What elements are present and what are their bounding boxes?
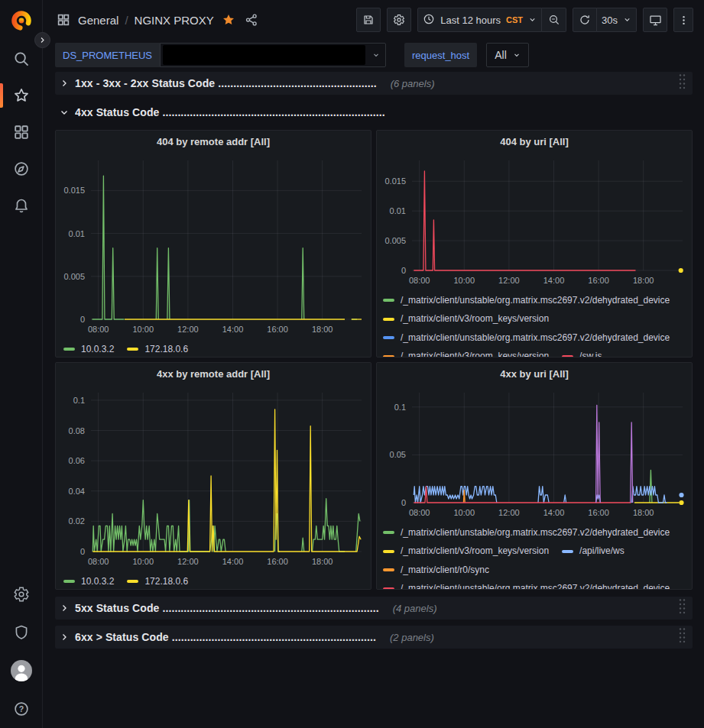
legend-label: /api/live/ws	[579, 542, 625, 560]
favorite-star-icon[interactable]	[220, 11, 237, 28]
panel-title[interactable]: 404 by remote addr [All]	[56, 131, 371, 153]
row-header-6xx[interactable]: 6xx > Status Code ......................…	[55, 626, 693, 649]
svg-text:16:00: 16:00	[267, 325, 288, 334]
svg-text:0.01: 0.01	[69, 229, 85, 238]
legend-label: /_matrix/client/unstable/org.matrix.msc2…	[401, 292, 670, 309]
legend-item[interactable]: /_matrix/client/v3/room_keys/version	[383, 310, 549, 328]
sidebar-item-profile[interactable]	[11, 658, 32, 684]
top-navbar: General / NGINX PROXY Last 12 hours CST	[43, 0, 704, 40]
panel-title[interactable]: 404 by uri [All]	[377, 131, 692, 153]
zoom-out-time-button[interactable]	[542, 8, 566, 32]
drag-handle-icon[interactable]	[678, 73, 686, 94]
legend-label: 172.18.0.6	[144, 341, 188, 358]
dashboard-settings-button[interactable]	[387, 8, 411, 32]
chevron-down-icon	[528, 15, 537, 26]
legend-item[interactable]: 172.18.0.6	[127, 341, 188, 358]
row-panel-count: (2 panels)	[390, 632, 434, 643]
save-dashboard-button[interactable]	[356, 8, 381, 32]
panel-title[interactable]: 4xx by remote addr [All]	[56, 363, 371, 385]
sidebar-item-dashboards[interactable]	[0, 119, 42, 145]
svg-text:0: 0	[80, 547, 85, 556]
legend-item[interactable]: /api/live/ws	[562, 542, 625, 560]
refresh-button[interactable]	[573, 8, 597, 32]
row-header-5xx[interactable]: 5xx Status Code ........................…	[55, 597, 693, 620]
breadcrumb-separator: /	[125, 14, 128, 27]
legend-swatch	[562, 355, 573, 358]
datasource-variable-label[interactable]: DS_PROMETHEUS	[55, 43, 160, 67]
legend-swatch	[383, 531, 394, 534]
timeseries-chart[interactable]: 00.020.040.060.080.108:0010:0012:0014:00…	[56, 385, 371, 571]
panel-title[interactable]: 4xx by uri [All]	[377, 363, 692, 385]
legend-swatch	[383, 568, 394, 571]
svg-text:10:00: 10:00	[133, 557, 154, 566]
kebab-menu-button[interactable]	[673, 8, 693, 32]
svg-text:0.01: 0.01	[390, 206, 406, 215]
legend-item[interactable]: 10.0.3.2	[63, 341, 114, 358]
host-variable-value: All	[495, 49, 507, 61]
legend-label: /sw.js	[579, 348, 602, 357]
svg-text:14:00: 14:00	[222, 557, 244, 566]
host-variable-label[interactable]: request_host	[404, 43, 477, 67]
legend-item[interactable]: /_matrix/client/v3/room_keys/version	[383, 542, 549, 560]
sidebar-item-explore[interactable]	[0, 156, 42, 182]
chevron-down-icon	[513, 49, 521, 61]
timeseries-chart[interactable]: 00.0050.010.01508:0010:0012:0014:0016:00…	[56, 153, 371, 339]
breadcrumb-section[interactable]: General	[78, 14, 118, 27]
svg-text:10:00: 10:00	[454, 508, 475, 517]
panel-404-by-uri: 404 by uri [All] 00.0050.010.01508:0010:…	[376, 130, 693, 358]
svg-text:?: ?	[18, 704, 23, 713]
bell-icon	[13, 197, 30, 214]
svg-text:08:00: 08:00	[409, 276, 430, 285]
legend-item[interactable]: /sw.js	[562, 348, 602, 357]
svg-text:12:00: 12:00	[498, 508, 520, 517]
legend-swatch	[383, 318, 394, 321]
share-icon[interactable]	[243, 11, 260, 28]
sidebar-item-alerting[interactable]	[0, 193, 42, 218]
row-header-4xx[interactable]: 4xx Status Code ........................…	[55, 101, 693, 124]
legend-item[interactable]: /_matrix/client/unstable/org.matrix.msc2…	[383, 329, 670, 347]
svg-text:12:00: 12:00	[177, 557, 199, 566]
breadcrumb-dashboard-title[interactable]: NGINX PROXY	[135, 14, 214, 27]
svg-text:10:00: 10:00	[454, 276, 475, 285]
legend-item[interactable]: /_matrix/client/r0/sync	[383, 561, 489, 579]
host-variable-dropdown[interactable]: All	[486, 43, 529, 67]
chevron-down-icon	[623, 15, 631, 26]
chevron-down-icon	[367, 48, 385, 62]
svg-text:0: 0	[401, 266, 406, 275]
svg-text:08:00: 08:00	[88, 325, 109, 334]
legend-item[interactable]: /_matrix/client/unstable/org.matrix.msc2…	[383, 524, 670, 542]
row-panel-count: (4 panels)	[393, 603, 437, 614]
legend-swatch	[127, 580, 138, 583]
legend-item[interactable]: /_matrix/client/unstable/org.matrix.msc2…	[383, 580, 670, 589]
refresh-interval-dropdown[interactable]: 30s	[597, 8, 637, 32]
sidebar-item-configuration[interactable]	[11, 581, 32, 607]
grafana-logo-icon[interactable]	[10, 9, 33, 32]
timeseries-chart[interactable]: 00.0050.010.01508:0010:0012:0014:0016:00…	[377, 153, 692, 290]
drag-handle-icon[interactable]	[678, 597, 686, 619]
legend-item[interactable]: 10.0.3.2	[63, 573, 114, 590]
panel-grid: 404 by remote addr [All] 00.0050.010.015…	[55, 130, 693, 590]
svg-text:18:00: 18:00	[633, 276, 654, 285]
timezone-label: CST	[506, 15, 523, 24]
drag-handle-icon[interactable]	[678, 626, 686, 648]
legend-label: /_matrix/client/unstable/org.matrix.msc2…	[401, 580, 670, 589]
time-range-picker[interactable]: Last 12 hours CST	[417, 8, 542, 32]
apps-grid-icon	[13, 124, 30, 141]
legend-item[interactable]: /_matrix/client/unstable/org.matrix.msc2…	[383, 292, 670, 309]
row-header-1xx-3xx-2xx[interactable]: 1xx - 3xx - 2xx Status Code ............…	[55, 72, 693, 95]
legend-item[interactable]: /_matrix/client/v3/room_keys/version	[383, 348, 549, 357]
sidebar-item-help[interactable]: ?	[11, 696, 32, 722]
svg-text:0.1: 0.1	[73, 396, 85, 405]
timeseries-chart[interactable]: 00.050.108:0010:0012:0014:0016:0018:00	[377, 385, 692, 523]
datasource-variable-dropdown[interactable]	[160, 43, 386, 67]
svg-text:0.005: 0.005	[384, 236, 406, 245]
legend-item[interactable]: 172.18.0.6	[127, 573, 188, 590]
sidebar-item-search[interactable]	[0, 46, 42, 72]
sidebar-expand-button[interactable]	[34, 32, 50, 48]
legend-swatch	[562, 550, 573, 553]
sidebar-item-starred[interactable]	[0, 83, 42, 108]
chart-legend: /_matrix/client/unstable/org.matrix.msc2…	[377, 290, 692, 357]
kiosk-mode-button[interactable]	[643, 8, 667, 32]
chart-legend: 10.0.3.2172.18.0.6	[56, 339, 371, 357]
sidebar-item-server-admin[interactable]	[11, 620, 32, 645]
